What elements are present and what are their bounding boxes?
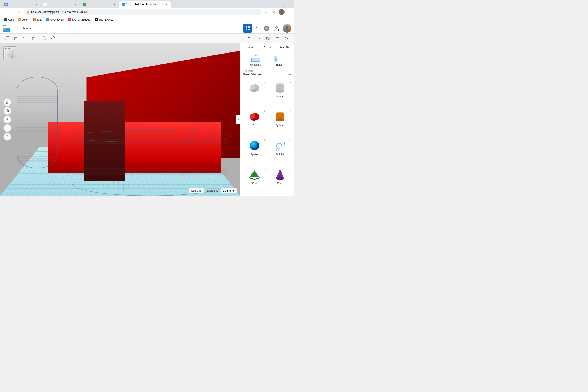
orbit-button[interactable] bbox=[264, 34, 272, 42]
edit-grid-button[interactable]: Edit Grid bbox=[188, 188, 204, 194]
viewport-bottom-controls: Edit Grid Snap Grid 1.0 mm ▼ bbox=[188, 188, 237, 194]
roof-icon bbox=[247, 168, 262, 181]
workplane-label: Workplane bbox=[250, 64, 261, 66]
svg-rect-0 bbox=[246, 26, 247, 28]
new-tab-button[interactable]: + bbox=[171, 2, 177, 8]
snap-grid-select[interactable]: 1.0 mm ▼ bbox=[221, 188, 237, 194]
duplicate-icon bbox=[22, 36, 27, 40]
motor-favicon: MT bbox=[68, 18, 71, 21]
hamburger-menu-button[interactable]: ≡ bbox=[14, 25, 21, 32]
user-avatar[interactable]: 👤 bbox=[283, 24, 292, 33]
url-bar[interactable]: 🔒 tinkercad.com/things/ItNPTvPowcJ-ford-… bbox=[24, 9, 262, 15]
redo-button[interactable] bbox=[49, 34, 57, 42]
bookmark-motortrend[interactable]: MT MOTORTREND bbox=[66, 18, 92, 22]
star-empty-icon-3: ☆ bbox=[264, 167, 266, 170]
send-to-button[interactable]: Send To bbox=[276, 45, 292, 50]
svg-marker-30 bbox=[255, 54, 257, 56]
tab-close-4[interactable]: ✕ bbox=[164, 3, 168, 6]
mirror-button[interactable] bbox=[283, 34, 290, 42]
shape-category-select[interactable]: Basic Shapes ▼ bbox=[243, 73, 292, 76]
align-button[interactable] bbox=[273, 34, 281, 42]
more-menu-button[interactable]: ⋮ bbox=[286, 9, 292, 15]
shape-item-cone[interactable]: ☆ Cone bbox=[268, 166, 292, 194]
box-red-icon bbox=[247, 110, 262, 123]
forward-button[interactable]: › bbox=[9, 9, 15, 15]
snap-grid-value: 1.0 mm bbox=[223, 189, 232, 192]
bookmark-seton[interactable]: seton bbox=[16, 18, 30, 22]
shape-item-sphere[interactable]: ★ bbox=[242, 138, 267, 166]
3d-view-button[interactable] bbox=[243, 24, 252, 33]
new-shape-button[interactable] bbox=[4, 34, 11, 42]
export-button[interactable]: Export bbox=[259, 45, 276, 50]
toolbar-right-tools bbox=[245, 34, 290, 42]
bookmark-motor-label: MOTORTREND bbox=[72, 18, 91, 21]
duplicate-button[interactable] bbox=[21, 34, 28, 42]
tab-title-4: Year 8 Religious Education — SE… bbox=[126, 3, 163, 6]
shape-item-box-grey[interactable]: ★ Box bbox=[242, 80, 267, 108]
shapes-grid: ★ Box ★ bbox=[240, 78, 294, 196]
paste-button[interactable] bbox=[12, 34, 20, 42]
extension-button[interactable]: 🧩 bbox=[271, 9, 277, 15]
shape-item-roof[interactable]: ☆ Roof bbox=[242, 166, 267, 194]
ruler-item[interactable]: Ruler bbox=[274, 54, 284, 66]
paste-icon bbox=[14, 36, 18, 40]
url-text: tinkercad.com/things/ItNPTvPowcJ-ford-c-… bbox=[31, 10, 259, 14]
sim-button[interactable] bbox=[262, 24, 271, 33]
snap-grid-arrow-icon: ▼ bbox=[232, 189, 235, 192]
bookmark-hamb[interactable]: J The H.A.M.B. bbox=[93, 18, 116, 22]
refresh-button[interactable]: ↻ bbox=[16, 9, 22, 15]
rotate-view-button[interactable] bbox=[4, 133, 11, 140]
svg-rect-3 bbox=[248, 28, 250, 30]
tinkercad-logo[interactable] bbox=[2, 24, 10, 32]
bookmark-cad-label: CAD design bbox=[50, 18, 64, 21]
tab-4-active[interactable]: Year 8 Religious Education — SE… ✕ bbox=[119, 1, 171, 8]
perspective-button[interactable] bbox=[254, 34, 262, 42]
back-button[interactable]: ‹ bbox=[2, 9, 8, 15]
svg-point-19 bbox=[266, 37, 269, 40]
delete-button[interactable] bbox=[29, 34, 37, 42]
home-view-button[interactable]: ⌂ bbox=[4, 98, 11, 106]
workplane-item[interactable]: Workplane bbox=[250, 54, 261, 66]
undo-button[interactable] bbox=[40, 34, 48, 42]
shape-item-cylinder-orange[interactable]: ☆ Cylinder bbox=[268, 108, 292, 136]
import-button[interactable]: Import bbox=[242, 45, 259, 50]
fit-view-button[interactable] bbox=[4, 107, 11, 115]
zoom-in-button[interactable]: + bbox=[4, 116, 11, 123]
tab-close-1[interactable]: ✕ bbox=[34, 3, 38, 6]
shape-category-label: Tinkercad bbox=[243, 70, 292, 72]
minimize-button[interactable]: ─ bbox=[275, 2, 280, 8]
bookmark-apps[interactable]: ⬛ Apps bbox=[2, 17, 16, 22]
bookmark-ebay-label: ebay bbox=[36, 18, 42, 21]
tab-1[interactable]: 66 ✕ bbox=[2, 1, 40, 8]
codeblock-button[interactable] bbox=[253, 24, 261, 33]
add-person-icon bbox=[274, 25, 280, 32]
light-button[interactable] bbox=[245, 34, 253, 42]
star-button[interactable]: ☆ bbox=[263, 9, 269, 15]
fit-icon bbox=[5, 109, 9, 113]
star-filled-icon-4: ★ bbox=[264, 138, 266, 142]
orbit-icon bbox=[266, 36, 270, 40]
tab-2[interactable]: ✕ bbox=[41, 1, 80, 8]
shape-item-cylinder-grey[interactable]: ★ Cylinder bbox=[268, 80, 292, 108]
shape-item-scribble[interactable]: ☆ W Scribble bbox=[268, 138, 292, 166]
tab-3[interactable]: ✕ bbox=[80, 1, 119, 8]
delete-icon bbox=[31, 36, 35, 40]
tab-close-3[interactable]: ✕ bbox=[112, 3, 116, 6]
add-user-button[interactable] bbox=[272, 24, 281, 33]
shape-item-box-red[interactable]: ★ Box bbox=[242, 108, 267, 136]
scribble-icon: W bbox=[272, 139, 288, 152]
profile-avatar[interactable]: 👤 bbox=[278, 9, 284, 15]
bookmark-ebay[interactable]: ebay bbox=[31, 18, 44, 22]
rotate-icon bbox=[5, 135, 9, 138]
panel-toggle-button[interactable]: › bbox=[236, 115, 240, 124]
3d-viewport[interactable]: BACK LEFT ⌂ + bbox=[0, 43, 240, 196]
nav-cube[interactable]: BACK LEFT bbox=[4, 46, 18, 62]
maximize-button[interactable]: ⬜ bbox=[281, 2, 286, 8]
svg-rect-5 bbox=[265, 27, 268, 30]
svg-rect-9 bbox=[6, 36, 9, 40]
close-button[interactable]: ✕ bbox=[287, 2, 292, 8]
bookmark-cad[interactable]: CAD design bbox=[45, 18, 66, 22]
tab-close-2[interactable]: ✕ bbox=[74, 3, 77, 6]
zoom-out-button[interactable]: − bbox=[4, 124, 11, 132]
shape-name-box-red: Box bbox=[252, 124, 256, 126]
